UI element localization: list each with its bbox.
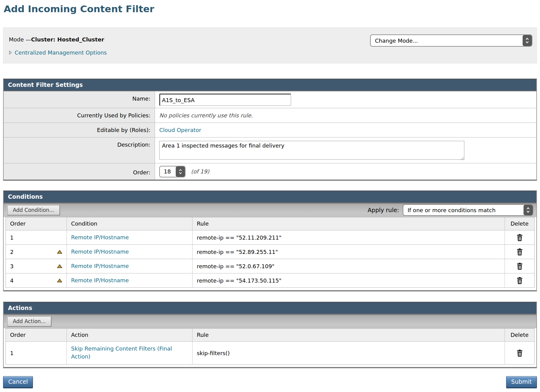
condition-row: 2 Remote IP/Hostname remote-ip == "52.89… — [6, 244, 534, 259]
cancel-button[interactable]: Cancel — [3, 376, 33, 388]
change-mode-selected-value: Change Mode... — [371, 37, 523, 44]
condition-type-link[interactable]: Remote IP/Hostname — [71, 248, 129, 256]
filter-name-input[interactable] — [159, 94, 291, 106]
disclosure-triangle-icon[interactable] — [9, 50, 12, 55]
action-row: 1 Skip Remaining Content Filters (Final … — [6, 341, 534, 364]
col-order: Order — [6, 217, 67, 230]
condition-rule: remote-ip == "54.173.50.115" — [197, 277, 282, 284]
trash-icon — [516, 248, 523, 256]
footer-actions: Cancel Submit — [3, 376, 537, 388]
mode-label: Mode — — [9, 36, 31, 43]
col-condition: Condition — [67, 217, 193, 230]
editable-roles-row: Editable by (Roles): Cloud Operator — [4, 123, 536, 137]
col-rule: Rule — [193, 329, 505, 341]
description-textarea[interactable]: Area 1 inspected messages for final deli… — [159, 141, 464, 160]
select-stepper-icon — [524, 205, 533, 215]
actions-header: Actions — [4, 302, 536, 314]
col-order: Order — [6, 329, 67, 341]
description-label: Description: — [4, 137, 155, 163]
apply-rule-group: Apply rule: If one or more conditions ma… — [368, 204, 533, 216]
apply-rule-selected-value: If one or more conditions match — [403, 207, 524, 213]
page: Add Incoming Content Filter Mode —Cluste… — [0, 0, 540, 388]
add-action-button[interactable]: Add Action... — [7, 316, 51, 326]
condition-rule: remote-ip == "52.11.209.211" — [197, 234, 282, 241]
cloud-operator-link[interactable]: Cloud Operator — [159, 127, 201, 133]
action-order: 1 — [10, 350, 13, 356]
condition-order: 1 — [10, 234, 13, 241]
move-up-icon[interactable] — [57, 250, 62, 254]
description-row: Description: Area 1 inspected messages f… — [4, 137, 536, 163]
condition-type-link[interactable]: Remote IP/Hostname — [71, 233, 129, 241]
actions-table: Order Action Rule Delete 1 Skip Remainin… — [5, 328, 535, 365]
select-stepper-icon — [176, 166, 185, 177]
conditions-header: Conditions — [4, 191, 536, 203]
delete-condition-button[interactable] — [516, 262, 523, 270]
condition-type-link[interactable]: Remote IP/Hostname — [71, 276, 129, 284]
order-selected-value: 18 — [160, 168, 176, 175]
trash-icon — [516, 262, 523, 270]
name-row: Name: — [4, 91, 536, 108]
order-select[interactable]: 18 — [159, 166, 185, 177]
action-rule: skip-filters() — [197, 350, 230, 356]
submit-button[interactable]: Submit — [506, 376, 537, 388]
actions-toolbar: Add Action... — [4, 314, 536, 328]
col-delete: Delete — [505, 329, 534, 341]
condition-order: 4 — [10, 277, 13, 284]
policies-row: Currently Used by Policies: No policies … — [4, 108, 536, 123]
delete-action-button[interactable] — [516, 349, 523, 357]
condition-row: 4 Remote IP/Hostname remote-ip == "54.17… — [6, 273, 534, 287]
conditions-table: Order Condition Rule Delete 1 Remote IP/… — [5, 217, 535, 288]
condition-rule: remote-ip == "52.89.255.11" — [197, 249, 278, 255]
policies-value: No policies currently use this rule. — [159, 112, 253, 119]
delete-condition-button[interactable] — [516, 248, 523, 256]
condition-row: 1 Remote IP/Hostname remote-ip == "52.11… — [6, 230, 534, 244]
order-label: Order: — [4, 163, 155, 180]
condition-order: 2 — [10, 249, 13, 255]
centralized-management-row: Centralized Management Options — [9, 49, 532, 56]
select-stepper-icon — [523, 35, 532, 46]
mode-cluster-value: Cluster: Hosted_Cluster — [31, 36, 104, 43]
condition-rule: remote-ip == "52.0.67.109" — [197, 263, 275, 269]
actions-panel: Actions Add Action... Order Action Rule … — [3, 302, 537, 368]
add-condition-button[interactable]: Add Condition... — [7, 205, 60, 215]
apply-rule-select[interactable]: If one or more conditions match — [403, 204, 533, 216]
action-type-link[interactable]: Skip Remaining Content Filters (Final Ac… — [71, 345, 184, 361]
trash-icon — [516, 349, 523, 357]
centralized-management-options-link[interactable]: Centralized Management Options — [15, 49, 107, 56]
delete-condition-button[interactable] — [516, 234, 523, 241]
col-action: Action — [67, 329, 193, 341]
move-up-icon[interactable] — [57, 279, 62, 283]
conditions-table-header: Order Condition Rule Delete — [6, 217, 534, 230]
condition-order: 3 — [10, 263, 13, 269]
trash-icon — [516, 277, 523, 284]
page-title: Add Incoming Content Filter — [4, 3, 537, 15]
editable-roles-label: Editable by (Roles): — [4, 123, 155, 137]
content-filter-settings-header: Content Filter Settings — [4, 79, 536, 91]
policies-label: Currently Used by Policies: — [4, 108, 155, 123]
delete-condition-button[interactable] — [516, 277, 523, 284]
trash-icon — [516, 234, 523, 241]
actions-table-header: Order Action Rule Delete — [6, 329, 534, 341]
conditions-toolbar: Add Condition... Apply rule: If one or m… — [4, 203, 536, 217]
mode-banner: Mode —Cluster: Hosted_Cluster Centralize… — [3, 27, 537, 63]
col-rule: Rule — [193, 217, 505, 230]
move-up-icon[interactable] — [57, 264, 62, 268]
condition-row: 3 Remote IP/Hostname remote-ip == "52.0.… — [6, 259, 534, 273]
order-of-total: (of 19) — [191, 168, 209, 175]
change-mode-select[interactable]: Change Mode... — [370, 34, 532, 47]
content-filter-settings-panel: Content Filter Settings Name: Currently … — [3, 79, 537, 181]
conditions-panel: Conditions Add Condition... Apply rule: … — [3, 191, 537, 291]
apply-rule-label: Apply rule: — [368, 207, 399, 213]
condition-type-link[interactable]: Remote IP/Hostname — [71, 262, 129, 270]
col-delete: Delete — [505, 217, 534, 230]
order-row: Order: 18 (of 19) — [4, 163, 536, 180]
name-label: Name: — [4, 91, 155, 108]
